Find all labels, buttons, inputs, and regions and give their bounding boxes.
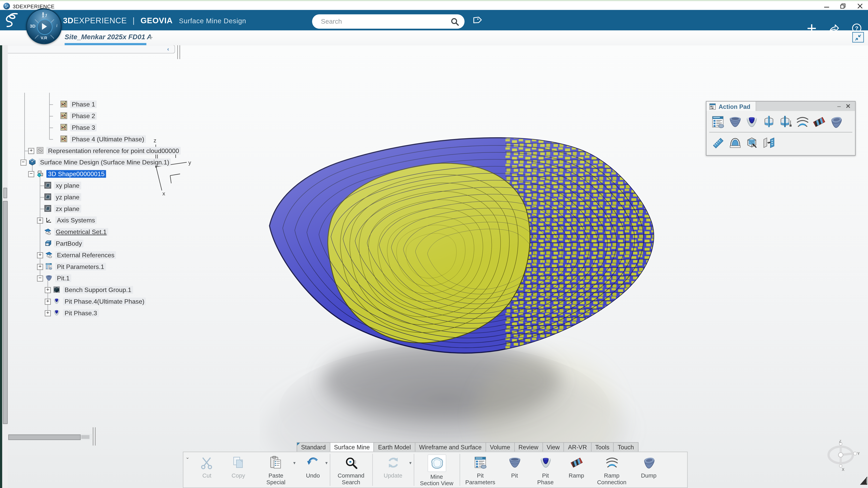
bench-axis-pin-icon[interactable] [778,115,793,129]
pit-icon[interactable] [728,115,742,129]
fit-to-window-button[interactable] [852,32,864,42]
geoset-icon[interactable] [44,228,52,236]
ribbon-tab-standard[interactable]: Standard [297,442,330,453]
new-tab-button[interactable]: + [149,33,153,41]
open-pit-model[interactable] [259,131,663,479]
tree-item-xy-plane[interactable]: xy plane [37,181,81,190]
dump-button[interactable]: Dump [633,452,664,487]
active-document-tab[interactable]: Site_Menkar 2025x FD01 A [65,33,152,41]
compass-play-icon[interactable] [42,23,46,30]
cut-button[interactable]: Cut [192,452,222,487]
tree-item-pit-parameters-1[interactable]: + Pit Parameters.1 [37,262,106,271]
tree-item-geometrical-set-1[interactable]: Geometrical Set.1 [37,227,108,237]
tree-item-label[interactable]: Phase 3 [70,124,97,131]
search-input[interactable] [320,17,438,26]
restore-button[interactable] [835,1,851,11]
pit-bowl-icon[interactable] [45,274,53,282]
pit-phase-icon[interactable] [745,115,759,129]
expand-toggle[interactable]: + [28,148,34,154]
ribbon-tab-earth-model[interactable]: Earth Model [374,442,415,453]
expand-toggle[interactable]: + [45,310,51,316]
tree-item-surface-mine-design-surface-mine-design-1[interactable]: − Surface Mine Design (Surface Mine Desi… [20,158,171,167]
phase-map-icon[interactable] [60,135,68,143]
search-icon[interactable] [451,18,459,26]
pit-button[interactable]: Pit [500,452,529,487]
compass-3d-label[interactable]: 3D [30,24,35,28]
expand-toggle[interactable]: + [37,217,43,223]
pit-parameters-icon[interactable] [711,115,725,129]
tree-item-label[interactable]: Pit Parameters.1 [55,263,106,270]
section-box-icon[interactable] [745,136,759,150]
geoset-icon[interactable] [45,251,53,259]
tree-item-label[interactable]: Geometrical Set.1 [54,228,108,236]
ruler-icon[interactable] [711,136,725,150]
expand-toggle[interactable]: + [37,252,43,258]
action-pad-close-button[interactable]: ✕ [845,103,850,110]
plane-icon[interactable] [44,182,52,189]
section-planes-icon[interactable] [762,136,776,150]
tree-item-yz-plane[interactable]: yz plane [37,192,81,202]
tree-item-label[interactable]: Phase 4 (Ultimate Phase) [70,135,146,143]
action-pad-minimize-button[interactable]: – [837,103,841,109]
tree-item-label[interactable]: Axis Systems [55,217,97,224]
tree-item-zx-plane[interactable]: zx plane [37,204,81,214]
dropdown-arrow-icon[interactable]: ▼ [324,461,328,465]
bench-group-icon[interactable] [53,286,61,294]
compass-vr-label[interactable]: V.R [41,35,47,40]
tree-item-representation-reference-for-point-cloud00000[interactable]: + Representation reference for point clo… [28,146,181,156]
tag-icon[interactable] [472,15,482,25]
compass-people-icon[interactable] [41,12,48,18]
dump-icon[interactable] [829,115,843,129]
tree-item-label[interactable]: Phase 1 [70,101,97,108]
pit-parameters-button[interactable]: PitParameters [460,452,500,487]
tree-item-phase-3[interactable]: Phase 3 [53,123,97,132]
collapse-toggle[interactable]: − [28,171,34,177]
collapse-toggle[interactable]: − [37,275,43,281]
ribbon-tab-volume[interactable]: Volume [486,442,514,453]
phase-map-icon[interactable] [60,101,68,108]
ribbon-tab-view[interactable]: View [542,442,564,453]
ribbon-tab-review[interactable]: Review [514,442,542,453]
phase-map-icon[interactable] [60,112,68,120]
tree-item-label[interactable]: Pit Phase.4(Ultimate Phase) [63,297,146,305]
viewport-3d[interactable]: z y x ‹ Phase 1 P [0,45,868,488]
minimize-button[interactable] [818,1,835,11]
tree-item-label[interactable]: Phase 2 [70,112,97,120]
copy-button[interactable]: Copy [222,452,255,487]
tree-item-label[interactable]: 3D Shape00000015 [46,170,106,177]
expand-toggle[interactable]: + [37,264,43,270]
command-search-button[interactable]: CommandSearch [331,452,371,487]
pit-params-icon[interactable] [45,263,53,270]
search-bar[interactable] [312,14,465,29]
ribbon-tab-surface-mine[interactable]: Surface Mine [330,442,374,453]
tree-item-label[interactable]: yz plane [54,193,81,201]
mine-section-view-button[interactable]: MineSection View [414,452,459,487]
tree-item-label[interactable]: Pit Phase.3 [63,309,99,317]
tree-item-pit-phase-3[interactable]: + Pit Phase.3 [45,308,99,318]
shape3d-icon[interactable] [36,170,44,177]
tree-item-label[interactable]: Representation reference for point cloud… [46,147,181,155]
bench-axis-icon[interactable] [762,115,776,129]
ribbon-tab-tools[interactable]: Tools [591,442,613,453]
point-cloud-icon[interactable] [36,147,44,155]
pit-phase-icon[interactable] [53,297,61,305]
ramp-icon[interactable] [812,115,826,129]
ribbon-tab-wireframe-and-surface[interactable]: Wireframe and Surface [415,442,486,453]
tree-item-3d-shape00000015[interactable]: − 3D Shape00000015 [28,169,106,178]
expand-toggle[interactable]: + [45,298,51,304]
tree-item-pit-phase-4-ultimate-phase[interactable]: + Pit Phase.4(Ultimate Phase) [45,297,146,306]
tree-item-label[interactable]: Bench Support Group.1 [63,286,133,294]
tree-item-phase-4-ultimate-phase[interactable]: Phase 4 (Ultimate Phase) [53,134,146,144]
3dcompass[interactable]: 3D V.R i [26,8,62,44]
tree-item-label[interactable]: xy plane [54,182,81,189]
tree-item-partbody[interactable]: PartBody [37,239,84,248]
close-button[interactable] [851,1,868,11]
ribbon-collapse-chevron[interactable]: ⌄ [183,452,192,487]
tree-item-pit-1[interactable]: − Pit.1 [37,273,71,283]
pit-phase-button[interactable]: PitPhase [529,452,562,487]
tree-item-phase-2[interactable]: Phase 2 [53,111,97,121]
axis-system-icon[interactable] [45,217,53,224]
plane-icon[interactable] [44,193,52,201]
tree-item-label[interactable]: PartBody [54,239,84,247]
plane-icon[interactable] [44,205,52,213]
